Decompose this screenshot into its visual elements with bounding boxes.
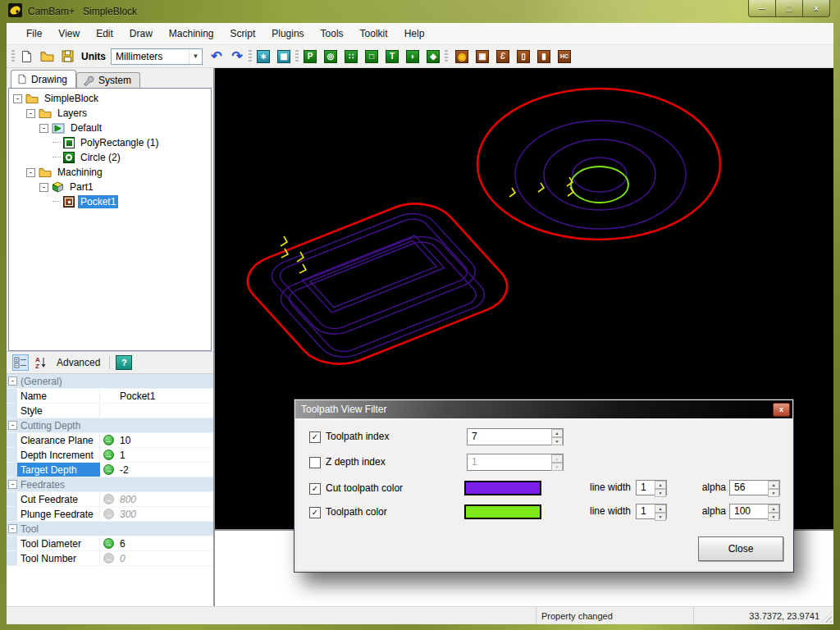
close-button[interactable]: × bbox=[803, 0, 830, 17]
mop-engrave-icon[interactable]: Ɛ bbox=[494, 48, 512, 66]
draw-surface-icon[interactable]: ◈ bbox=[424, 48, 442, 66]
property-row-style[interactable]: Style bbox=[7, 404, 213, 418]
tree-item-part1[interactable]: Part1 bbox=[67, 180, 96, 194]
mop-pocket-icon[interactable]: ▣ bbox=[473, 48, 491, 66]
spin-up-icon[interactable]: ▲ bbox=[768, 481, 779, 489]
property-row-depth-increment[interactable]: Depth Increment → 1 bbox=[7, 448, 213, 463]
tree-item-default[interactable]: Default bbox=[68, 121, 104, 135]
tab-system[interactable]: System bbox=[76, 72, 140, 88]
mop-gcode-icon[interactable]: HC bbox=[555, 48, 573, 66]
property-value[interactable]: 1 bbox=[117, 450, 126, 461]
spin-down-icon[interactable]: ▼ bbox=[655, 513, 666, 521]
tree-expander[interactable]: - bbox=[26, 168, 35, 177]
property-row-cut-feedrate[interactable]: Cut Feedrate → 800 bbox=[7, 492, 213, 507]
cut-toolpath-color-swatch[interactable] bbox=[464, 481, 541, 495]
property-row-plunge-feedrate[interactable]: Plunge Feedrate → 300 bbox=[7, 507, 213, 522]
open-file-icon[interactable] bbox=[38, 48, 56, 66]
property-value[interactable]: 800 bbox=[117, 494, 136, 505]
draw-text-icon[interactable]: T bbox=[383, 48, 401, 66]
snap-points-icon[interactable]: ∗ bbox=[254, 48, 272, 66]
menu-script[interactable]: Script bbox=[222, 25, 264, 43]
tree-item-pocket1[interactable]: Pocket1 bbox=[78, 195, 118, 208]
spin-down-icon[interactable]: ▼ bbox=[768, 513, 779, 521]
toolpath-color-alpha-spinner[interactable]: 100 ▲▼ bbox=[729, 504, 780, 519]
spin-up-icon[interactable]: ▲ bbox=[551, 429, 563, 437]
cut-toolpath-color-alpha-spinner[interactable]: 56 ▲▼ bbox=[729, 480, 780, 495]
mop-drill-icon[interactable]: ▮ bbox=[535, 48, 553, 66]
property-value[interactable]: 300 bbox=[117, 509, 136, 520]
resize-grip[interactable] bbox=[821, 612, 832, 623]
chevron-down-icon[interactable]: ▼ bbox=[189, 49, 202, 64]
category-expander[interactable]: - bbox=[8, 421, 17, 430]
tab-drawing[interactable]: Drawing bbox=[11, 70, 76, 88]
dialog-titlebar[interactable]: Toolpath View Filter x bbox=[295, 400, 792, 418]
menu-view[interactable]: View bbox=[50, 25, 88, 43]
save-file-icon[interactable] bbox=[58, 48, 76, 66]
menu-machining[interactable]: Machining bbox=[161, 25, 222, 43]
spin-down-icon[interactable]: ▼ bbox=[551, 463, 563, 471]
spin-up-icon[interactable]: ▲ bbox=[655, 481, 666, 489]
property-row-target-depth[interactable]: Target Depth → -2 bbox=[7, 463, 213, 477]
alphabetical-sort-button[interactable]: AZ bbox=[34, 356, 48, 369]
property-row-clearance-plane[interactable]: Clearance Plane → 10 bbox=[7, 433, 213, 448]
mop-lathe-icon[interactable]: ▯ bbox=[514, 48, 532, 66]
toolpath-color-checkbox[interactable]: ✓ bbox=[309, 507, 321, 518]
advanced-button[interactable]: Advanced bbox=[53, 357, 103, 368]
property-value[interactable]: 10 bbox=[117, 435, 130, 446]
menu-toolkit[interactable]: Toolkit bbox=[352, 25, 396, 43]
tree-item-circle-2[interactable]: Circle (2) bbox=[78, 151, 123, 164]
toolpath-index-checkbox[interactable]: ✓ bbox=[309, 431, 321, 443]
draw-polyline-icon[interactable]: P bbox=[301, 48, 319, 66]
menu-plugins[interactable]: Plugins bbox=[263, 25, 312, 43]
spin-up-icon[interactable]: ▲ bbox=[655, 504, 666, 513]
z-depth-index-checkbox[interactable] bbox=[309, 457, 321, 468]
spin-down-icon[interactable]: ▼ bbox=[655, 489, 666, 497]
draw-arc-icon[interactable]: ◗ bbox=[404, 48, 422, 66]
tree-expander[interactable]: - bbox=[39, 183, 48, 192]
spin-down-icon[interactable]: ▼ bbox=[768, 489, 779, 497]
menu-draw[interactable]: Draw bbox=[121, 25, 161, 43]
draw-circle-icon[interactable]: ◎ bbox=[322, 48, 340, 66]
help-button[interactable]: ? bbox=[116, 355, 132, 370]
minimize-button[interactable]: ─ bbox=[748, 0, 776, 17]
tree-item-layers[interactable]: Layers bbox=[55, 107, 89, 120]
menu-edit[interactable]: Edit bbox=[88, 25, 121, 43]
units-dropdown[interactable]: Millimeters ▼ bbox=[111, 48, 203, 65]
tree-expander[interactable]: - bbox=[26, 109, 35, 118]
tree-item-simpleblock[interactable]: SimpleBlock bbox=[42, 92, 101, 105]
cut-toolpath-color-line-width-spinner[interactable]: 1 ▲▼ bbox=[636, 480, 667, 495]
draw-rectangle-icon[interactable]: □ bbox=[363, 48, 381, 66]
category-expander[interactable]: - bbox=[8, 377, 17, 386]
tree-expander[interactable]: - bbox=[13, 94, 22, 103]
mop-profile-icon[interactable]: ◉ bbox=[453, 48, 471, 66]
menu-file[interactable]: File bbox=[18, 25, 50, 43]
tree-expander[interactable]: - bbox=[39, 124, 48, 133]
redo-icon[interactable]: ↷ bbox=[228, 48, 246, 66]
menu-help[interactable]: Help bbox=[396, 25, 433, 43]
close-button[interactable]: Close bbox=[698, 536, 783, 561]
dialog-close-icon[interactable]: x bbox=[773, 403, 790, 417]
draw-point-list-icon[interactable]: ∷ bbox=[342, 48, 360, 66]
cut-toolpath-color-checkbox[interactable]: ✓ bbox=[309, 483, 321, 495]
undo-icon[interactable]: ↶ bbox=[208, 48, 226, 66]
snap-grid-icon[interactable]: ▦ bbox=[275, 48, 293, 66]
category-expander[interactable]: - bbox=[8, 524, 17, 533]
property-row-name[interactable]: Name Pocket1 bbox=[7, 389, 213, 404]
spin-up-icon[interactable]: ▲ bbox=[768, 504, 779, 513]
menu-tools[interactable]: Tools bbox=[313, 25, 352, 43]
tree-item-polyrectangle-1[interactable]: PolyRectangle (1) bbox=[78, 136, 161, 149]
toolpath-color-swatch[interactable] bbox=[464, 504, 541, 519]
categorized-view-button[interactable] bbox=[12, 354, 29, 371]
property-value[interactable]: Pocket1 bbox=[117, 390, 155, 402]
property-row-tool-number[interactable]: Tool Number → 0 bbox=[7, 551, 213, 566]
property-row-tool-diameter[interactable]: Tool Diameter → 6 bbox=[7, 536, 213, 551]
new-file-icon[interactable] bbox=[17, 48, 35, 66]
spin-up-icon[interactable]: ▲ bbox=[551, 454, 563, 463]
z-depth-index-spinner[interactable]: 1 ▲▼ bbox=[467, 454, 564, 471]
property-value[interactable]: -2 bbox=[117, 464, 129, 476]
category-expander[interactable]: - bbox=[8, 480, 17, 489]
maximize-button[interactable]: □ bbox=[776, 0, 803, 17]
toolpath-color-line-width-spinner[interactable]: 1 ▲▼ bbox=[636, 504, 667, 519]
property-value[interactable]: 0 bbox=[117, 553, 126, 564]
tree-item-machining[interactable]: Machining bbox=[55, 166, 105, 179]
